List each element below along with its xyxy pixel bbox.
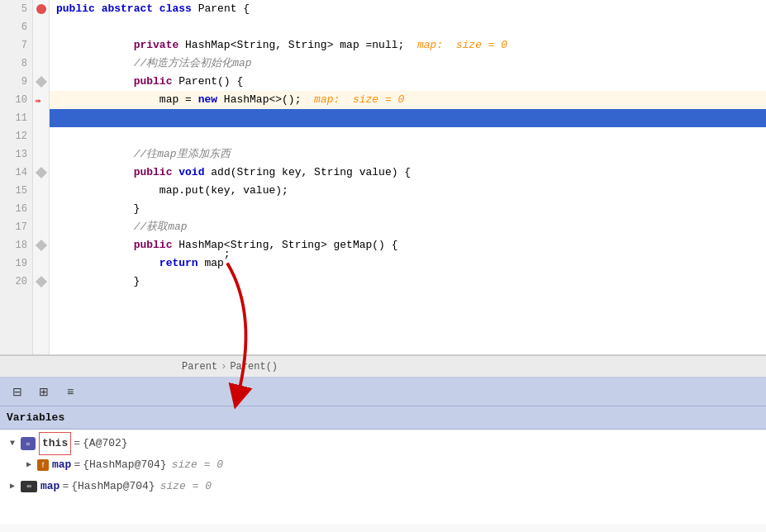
type-hashmap: HashMap<String, String>: [185, 36, 333, 55]
gutter-5[interactable]: [33, 0, 49, 18]
gutter-17[interactable]: [33, 218, 49, 236]
diamond-icon: [36, 76, 47, 88]
diamond-icon-14: [36, 167, 47, 178]
diamond-icon-20: [36, 276, 47, 287]
var-val-map-f: {HashMap@704}: [83, 454, 166, 476]
this-type-icon: =: [21, 437, 36, 450]
gutter-11[interactable]: [33, 109, 49, 127]
gutter[interactable]: ➠: [33, 0, 50, 354]
debug-btn-2[interactable]: ⊞: [33, 382, 55, 401]
code-line-17: //获取map: [50, 218, 766, 236]
code-editor[interactable]: 5 6 7 8 9 10 11 12 13 14 15 16 17 18 19 …: [0, 0, 766, 355]
method-add: add(String key, String value) {: [211, 164, 411, 182]
breadcrumb-part2[interactable]: Parent(): [230, 361, 278, 373]
annotation-map10: map: size = 0: [314, 91, 404, 109]
put-call: .put(key, value);: [178, 182, 288, 200]
var-meta-map-f: size = 0: [172, 454, 223, 476]
gutter-10[interactable]: ➠: [33, 91, 49, 109]
constructor-parent: Parent() {: [178, 73, 243, 91]
line-num-16: 16: [0, 200, 32, 218]
line-num-14: 14: [0, 164, 32, 182]
breakpoint-icon: [36, 4, 46, 14]
gutter-20[interactable]: [33, 273, 49, 291]
gutter-14[interactable]: [33, 164, 49, 182]
kw-new: new: [198, 91, 217, 109]
code-line-13: //往map里添加东西: [50, 145, 766, 164]
debug-btn-3[interactable]: ≡: [59, 382, 81, 401]
line-num-6: 6: [0, 18, 32, 36]
breadcrumb-sep: ›: [221, 361, 226, 373]
line-num-8: 8: [0, 55, 32, 73]
code-line-6: [50, 18, 766, 36]
code-line-15: map.put(key, value);: [50, 182, 766, 200]
var-val-map-inf: {HashMap@704}: [71, 476, 155, 497]
comment-line17: //获取map: [134, 218, 188, 236]
gutter-15[interactable]: [33, 182, 49, 200]
map-put: map: [159, 182, 178, 200]
gutter-19[interactable]: [33, 254, 49, 273]
variables-panel[interactable]: ▼ = this = {A@702} ▶ f map = {HashMap@70…: [0, 430, 766, 524]
var-name-this: this: [39, 432, 71, 455]
code-line-11: [50, 109, 766, 127]
line-num-19: 19: [0, 254, 32, 273]
code-line-16: }: [50, 200, 766, 218]
line-num-18: 18: [0, 236, 32, 254]
expand-icon-this[interactable]: ▼: [7, 438, 18, 449]
class-name: Parent {: [198, 0, 250, 18]
map-assign: map: [159, 91, 178, 109]
var-row-map-inf[interactable]: ▶ ∞ map = {HashMap@704} size = 0: [0, 476, 766, 497]
breadcrumb-bar: Parent › Parent(): [0, 355, 766, 377]
line-num-20: 20: [0, 273, 32, 291]
var-map: map: [340, 36, 359, 55]
code-line-20: }: [50, 273, 766, 291]
var-row-this[interactable]: ▼ = this = {A@702}: [0, 433, 766, 454]
line-num-12: 12: [0, 127, 32, 145]
kw-void: void: [178, 164, 204, 182]
var-name-map-f: map: [52, 454, 71, 476]
kw-abstract: abstract: [102, 0, 153, 18]
gutter-16[interactable]: [33, 200, 49, 218]
gutter-13[interactable]: [33, 145, 49, 164]
method-getmap: getMap() {: [334, 236, 398, 254]
code-line-12: [50, 127, 766, 145]
gutter-8[interactable]: [33, 55, 49, 73]
gutter-9[interactable]: [33, 73, 49, 91]
debug-toolbar: ⊟ ⊞ ≡: [0, 377, 766, 406]
line-num-17: 17: [0, 218, 32, 236]
debug-btn-1[interactable]: ⊟: [7, 382, 28, 401]
code-lines[interactable]: public abstract class Parent { private H…: [50, 0, 766, 354]
var-name-map-inf: map: [40, 476, 59, 497]
var-meta-map-inf: size = 0: [160, 476, 212, 497]
line-num-15: 15: [0, 182, 32, 200]
debug-panel: ⊟ ⊞ ≡ Variables ▼ = this = {A@702} ▶ f m…: [0, 377, 766, 524]
f-type-icon: f: [37, 459, 49, 471]
var-eq-map-f: =: [74, 454, 80, 476]
annotation-map: map: size = 0: [417, 36, 507, 55]
code-line-7: private HashMap<String, String> map =nul…: [50, 36, 766, 55]
line-numbers: 5 6 7 8 9 10 11 12 13 14 15 16 17 18 19 …: [0, 0, 33, 354]
hashmap-new: HashMap<>();: [224, 91, 302, 109]
kw-return: return: [159, 254, 198, 273]
line-num-10: 10: [0, 91, 32, 109]
line-num-11: 11: [0, 109, 32, 127]
code-line-5: public abstract class Parent {: [50, 0, 766, 18]
var-eq-this: =: [74, 433, 80, 454]
line-num-7: 7: [0, 36, 32, 55]
gutter-7[interactable]: [33, 36, 49, 55]
diamond-icon-18: [36, 240, 47, 251]
gutter-12[interactable]: [33, 127, 49, 145]
variables-label: Variables: [7, 411, 64, 424]
gutter-6[interactable]: [33, 18, 49, 36]
expand-icon-map-inf[interactable]: ▶: [7, 481, 18, 492]
var-eq-map-inf: =: [62, 476, 69, 497]
comment-line8: //构造方法会初始化map: [134, 55, 252, 73]
gutter-18[interactable]: [33, 236, 49, 254]
expand-icon-map-f[interactable]: ▶: [23, 459, 35, 471]
variables-header: Variables: [0, 406, 766, 430]
breadcrumb-part1[interactable]: Parent: [182, 361, 217, 373]
var-val-this: {A@702}: [83, 433, 128, 454]
debug-arrow-icon: ➠: [35, 93, 41, 111]
code-line-10: map = new HashMap<>(); map: size = 0: [50, 91, 766, 109]
kw-public: public: [56, 0, 95, 18]
var-row-map-f[interactable]: ▶ f map = {HashMap@704} size = 0: [0, 454, 766, 476]
